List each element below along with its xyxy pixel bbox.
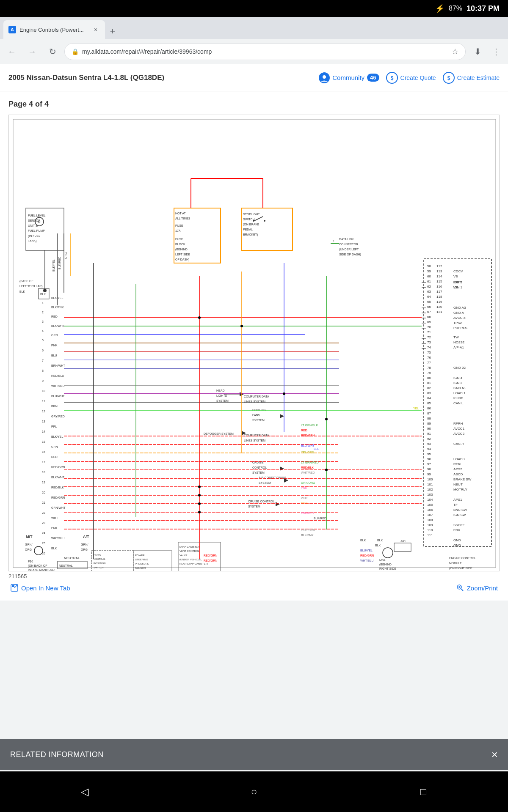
svg-text:119: 119 [436,300,442,304]
svg-text:WHT/BLU: WHT/BLU [51,537,65,540]
back-nav-button[interactable]: ◁ [72,783,97,800]
svg-text:SYSTEM: SYSTEM [216,399,229,402]
page-number: Page 4 of 4 [8,100,500,109]
svg-text:14: 14 [42,430,45,433]
community-button[interactable]: Community 46 [319,72,379,83]
svg-text:F36: F36 [28,560,33,563]
svg-text:118: 118 [436,295,442,299]
svg-text:106: 106 [427,508,433,512]
create-estimate-button[interactable]: $ Create Estimate [443,72,500,84]
zoom-print-button[interactable]: Zoom/Print [456,584,498,592]
svg-text:MOTRLY: MOTRLY [453,488,467,491]
bluetooth-icon: ⚡ [435,4,444,13]
wiring-diagram: 585960 616263 646566 676869 707172 73747… [9,115,499,571]
new-tab-button[interactable]: + [105,24,120,39]
svg-text:FUSE: FUSE [175,238,183,241]
svg-text:64: 64 [427,295,431,299]
svg-text:83: 83 [427,391,431,395]
svg-text:21: 21 [42,501,45,504]
home-nav-button[interactable]: ○ [241,783,267,800]
svg-text:APS1: APS1 [453,498,462,502]
svg-text:112: 112 [436,264,442,268]
active-tab[interactable]: A Engine Controls (Powert... × [3,20,105,39]
svg-text:ALL TIMES: ALL TIMES [175,217,190,220]
star-icon[interactable]: ☆ [452,47,458,56]
related-info-close-button[interactable]: × [491,748,498,761]
svg-text:BLU: BLU [314,447,320,450]
svg-text:(BASE OF: (BASE OF [19,280,33,283]
forward-button[interactable]: → [24,43,41,60]
svg-text:GRN/ORG: GRN/ORG [301,481,315,484]
svg-text:YEL/GRN: YEL/GRN [301,451,314,454]
svg-text:WHT: WHT [51,516,58,519]
svg-text:15: 15 [42,440,45,443]
svg-text:PEDAL: PEDAL [243,228,253,231]
svg-text:VB: VB [453,285,458,289]
download-button[interactable]: ⬇ [469,43,486,60]
status-icons: ⚡ 87% 10:37 PM [435,4,500,13]
svg-text:RED: RED [51,455,58,458]
svg-text:(LEFT REAR: (LEFT REAR [94,571,109,571]
refresh-button[interactable]: ↻ [44,43,61,60]
open-new-tab-icon [10,584,19,592]
battery-text: 87% [449,5,462,12]
svg-text:BLK: BLK [360,539,366,542]
svg-text:98: 98 [427,467,431,471]
svg-text:NEAR EVAP CANISTER): NEAR EVAP CANISTER) [179,562,208,565]
svg-text:WHT/BLU: WHT/BLU [51,384,65,387]
svg-text:SYSTEM: SYSTEM [252,419,265,422]
svg-text:BLK/PNK: BLK/PNK [51,306,64,309]
svg-text:9: 9 [42,379,44,382]
svg-text:GND: GND [453,543,461,547]
svg-text:(ON RIGHT SIDE: (ON RIGHT SIDE [449,567,472,570]
svg-text:(ON BRAKE: (ON BRAKE [243,223,260,226]
svg-point-149 [253,220,254,222]
svg-line-361 [14,585,17,588]
create-quote-button[interactable]: $ Create Quote [386,72,436,84]
svg-text:GRN: GRN [51,445,58,448]
svg-text:PNK: PNK [51,344,58,347]
svg-text:17: 17 [42,461,45,464]
svg-text:3: 3 [42,320,44,323]
page-content: Page 4 of 4 585960 616263 646566 [0,91,508,601]
svg-text:RED/GRN: RED/GRN [301,434,315,437]
svg-text:GRN/: GRN/ [81,543,88,546]
svg-text:12: 12 [42,410,45,413]
tab-close-button[interactable]: × [91,25,100,34]
svg-text:1: 1 [42,302,44,304]
svg-text:FUSE: FUSE [175,224,183,227]
svg-text:RIGHT SIDE: RIGHT SIDE [379,567,396,570]
svg-text:90: 90 [427,427,431,431]
svg-text:PNK: PNK [51,527,58,529]
back-button[interactable]: ← [3,43,20,60]
svg-text:GRN/: GRN/ [25,543,33,546]
community-badge: 46 [367,74,379,82]
svg-text:94: 94 [427,447,431,451]
svg-text:92: 92 [427,437,431,441]
svg-text:KLINE: KLINE [453,396,463,400]
svg-text:10: 10 [42,390,45,392]
svg-text:SYSTEM: SYSTEM [252,471,265,474]
svg-text:BATT: BATT [453,280,462,284]
svg-text:COOLING: COOLING [252,409,266,411]
svg-text:BLK: BLK [51,547,57,550]
svg-text:NEUT: NEUT [453,483,463,486]
svg-rect-360 [12,585,14,587]
community-label: Community [332,74,364,81]
svg-text:$: $ [390,75,393,81]
svg-text:2: 2 [42,311,44,314]
svg-text:BLU: BLU [51,354,57,357]
address-bar[interactable]: 🔒 my.alldata.com/repair/#/repair/article… [64,43,466,60]
svg-text:BLK/RED: BLK/RED [314,517,326,520]
svg-text:BLK/RED: BLK/RED [58,257,61,269]
open-new-tab-link[interactable]: Open In New Tab [10,584,70,592]
svg-text:BLK/YEL: BLK/YEL [51,435,64,438]
svg-text:114: 114 [436,274,442,278]
svg-text:BRAKE SW: BRAKE SW [453,477,472,481]
svg-text:62: 62 [427,285,431,288]
recent-nav-button[interactable]: □ [411,783,436,800]
svg-text:EVAP CANISTER: EVAP CANISTER [179,546,200,548]
svg-text:117: 117 [436,290,442,294]
menu-button[interactable]: ⋮ [488,43,505,60]
svg-point-352 [283,392,285,395]
